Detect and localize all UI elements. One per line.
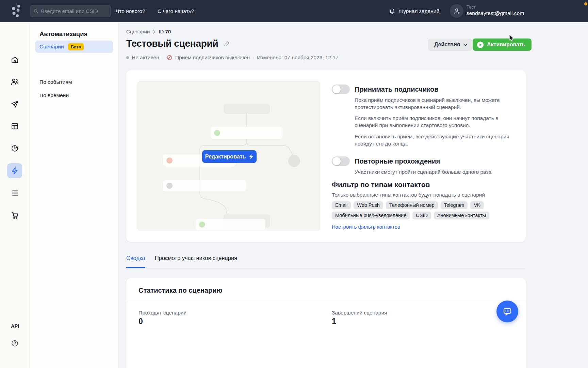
notification-dot [584,2,587,5]
statistics-card: Статистика по сценарию Проходят сценарий… [126,278,526,368]
cart-icon [11,211,19,219]
chevron-down-icon [463,43,468,46]
layout-icon [11,122,19,131]
tag-email: Email [332,201,351,209]
accept-paragraph-1: Пока приём подписчиков в сценарий выключ… [355,97,510,111]
configure-filter-link[interactable]: Настроить фильтр контактов [332,224,400,230]
avatar-person-icon [453,7,460,15]
sidebar-item-shop[interactable] [7,208,22,223]
user-name: Тест [467,4,524,10]
user-info[interactable]: Тест sendsaytest@gmail.com [467,4,524,17]
list-icon [11,189,19,197]
help-icon [11,339,19,347]
sidebar-item-home[interactable] [7,52,22,67]
flow-dot-gray [166,183,173,189]
divider [126,301,526,301]
statistics-title: Статистика по сценарию [138,287,223,294]
tag-webpush: Web Push [354,201,383,209]
flow-node-condition [211,127,283,139]
sidebar-item-by-events[interactable]: По событиям [39,79,72,85]
search-icon [34,9,38,14]
breadcrumb-current: ID 70 [159,29,171,34]
edit-pencil-icon[interactable] [224,41,230,47]
stat-in-progress-label: Проходят сценарий [138,310,186,316]
contacts-icon [10,77,19,86]
flow-node-action-2 [163,180,246,191]
task-journal-button[interactable]: Журнал заданий [389,0,439,22]
play-icon [477,41,484,48]
breadcrumb: Сценарии ID 70 [126,29,171,34]
repeat-passes-description: Участники смогут пройти сценарий больше … [355,169,518,176]
stat-in-progress-value: 0 [138,317,143,326]
top-bar: Что нового? С чего начать? Журнал задани… [0,0,588,22]
bell-icon [389,8,395,15]
flow-dot-red [166,157,173,164]
tag-anonymous: Анонимные контакты [434,212,489,219]
tag-mobile-push: Мобильные push-уведомление [332,212,410,219]
support-chat-button[interactable] [496,301,518,322]
status-state: Не активен [132,55,159,61]
sidebar-item-contacts[interactable] [7,74,22,89]
flow-node-end [288,155,300,167]
getting-started-link[interactable]: С чего начать? [158,0,194,22]
tag-vk: VK [470,201,484,209]
accept-subscribers-toggle[interactable] [332,85,350,94]
page-title: Тестовый сценарий [126,38,218,49]
pie-chart-icon [11,144,19,153]
whats-new-link[interactable]: Что нового? [116,0,145,22]
status-subscription: Приём подписчиков выключен [175,55,250,61]
beta-badge: Бета [68,43,84,50]
sidebar-item-help[interactable] [7,336,22,351]
tab-participants[interactable]: Просмотр участников сценария [155,255,237,268]
global-search [30,5,111,17]
prohibited-icon [166,55,173,61]
repeat-passes-toggle[interactable] [332,156,350,166]
sidebar-item-reports[interactable] [7,141,22,156]
flow-node-action-3 [196,219,265,230]
search-input[interactable] [41,8,108,14]
accept-subscribers-title: Принимать подписчиков [355,86,438,93]
stat-completed-value: 1 [332,317,336,326]
sidebar-item-campaigns[interactable] [7,96,22,111]
avatar[interactable] [450,4,463,18]
contact-filter-title: Фильтр по типам контактов [332,181,430,189]
chat-bubble-icon [502,306,513,317]
sidebar-item-scenarios[interactable]: Сценарии Бета [35,41,113,53]
sidebar-item-pages[interactable] [7,119,22,134]
scenario-settings-card: Редактировать Принимать подписчиков Пока… [126,70,526,242]
sidebar-item-automation[interactable] [7,163,22,178]
icon-sidebar: API [0,22,30,368]
flow-dot-green [214,130,220,136]
contact-filter-description: Только выбранные типы контактов будут по… [332,192,485,198]
accept-paragraph-3: Если остановить приём, все действующие у… [355,133,510,147]
actions-menu-button[interactable]: Действия [428,39,472,51]
scenario-status-row: Не активен · Приём подписчиков выключен … [126,55,339,61]
flow-dot-green-2 [199,221,205,228]
sidebar-item-api[interactable]: API [0,323,30,329]
sidebar-item-lists[interactable] [7,185,22,200]
tag-csid: CSID [412,212,431,219]
scenario-tabs: Сводка Просмотр участников сценария [126,255,526,269]
flow-preview[interactable]: Редактировать [137,81,320,230]
chevron-right-icon [153,30,156,34]
repeat-passes-title: Повторные прохождения [355,157,440,165]
sidebar-section-title: Автоматизация [39,30,87,38]
breadcrumb-scenarios-link[interactable]: Сценарии [126,29,150,34]
lightning-icon [11,167,19,175]
sidebar-item-by-time[interactable]: По времени [39,92,69,98]
activate-button[interactable]: Активировать [473,39,532,51]
flow-node-start [224,104,270,114]
stat-completed-label: Завершений сценария [332,310,387,316]
tab-summary[interactable]: Сводка [126,255,145,268]
sendsay-logo-icon[interactable] [6,3,22,19]
task-journal-label: Журнал заданий [398,8,439,14]
tag-phone: Телефонный номер [386,201,438,209]
user-email: sendsaytest@gmail.com [467,10,524,16]
edit-scenario-button[interactable]: Редактировать [202,150,257,163]
send-icon [11,100,19,108]
contact-type-tags: Email Web Push Телефонный номер Telegram… [332,201,492,219]
tag-telegram: Telegram [441,201,468,209]
accept-paragraph-2: Если включить приём подписчиков, они нач… [355,115,510,129]
automation-sidebar: Автоматизация Сценарии Бета По событиям … [30,22,118,368]
sidebar-item-label: Сценарии [39,44,64,50]
